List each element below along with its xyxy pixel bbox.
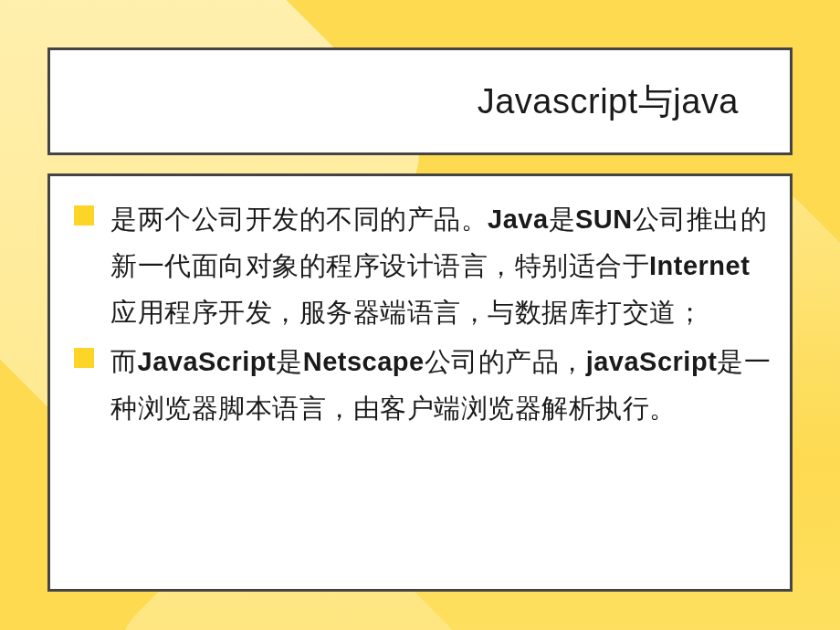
slide-title: Javascript与java <box>478 79 739 125</box>
title-container: Javascript与java <box>47 47 793 155</box>
bullet-marker-icon <box>74 348 94 368</box>
bullet-item: 是两个公司开发的不同的产品。Java是SUN公司推出的新一代面向对象的程序设计语… <box>74 196 773 335</box>
bullet-text: 是两个公司开发的不同的产品。Java是SUN公司推出的新一代面向对象的程序设计语… <box>110 196 773 335</box>
bullet-item: 而JavaScript是Netscape公司的产品，javaScript是一种浏… <box>74 339 773 432</box>
bullet-marker-icon <box>74 205 94 226</box>
content-container: 是两个公司开发的不同的产品。Java是SUN公司推出的新一代面向对象的程序设计语… <box>47 173 793 592</box>
bullet-text: 而JavaScript是Netscape公司的产品，javaScript是一种浏… <box>110 339 773 432</box>
